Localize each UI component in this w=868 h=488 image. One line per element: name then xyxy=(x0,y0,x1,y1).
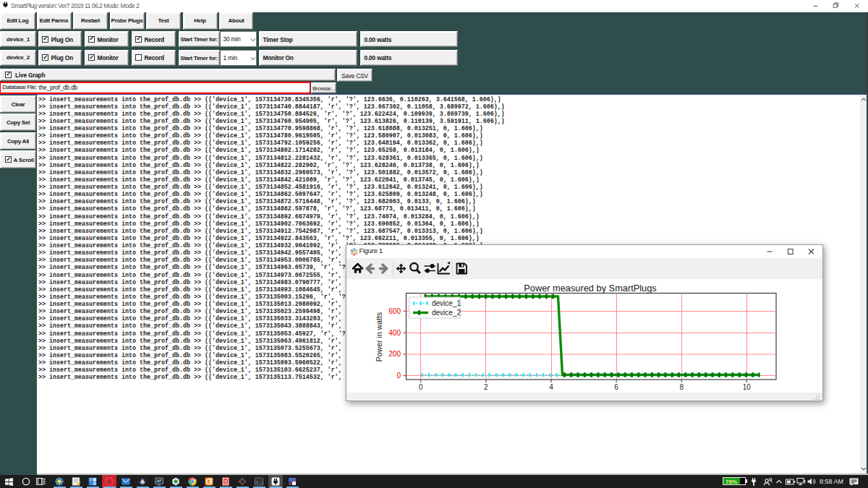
svg-text:Power in watts: Power in watts xyxy=(375,312,383,361)
svg-text:device_2: device_2 xyxy=(432,309,461,317)
svg-text:8: 8 xyxy=(679,383,684,391)
svg-text:device_1: device_1 xyxy=(432,299,461,307)
svg-text:0: 0 xyxy=(419,383,423,391)
svg-text:C:\_: C:\_ xyxy=(256,480,263,484)
svg-text:2: 2 xyxy=(484,383,488,391)
svg-text:Power measured by SmartPlugs: Power measured by SmartPlugs xyxy=(524,283,657,294)
svg-text:200: 200 xyxy=(388,350,401,358)
svg-text:4: 4 xyxy=(549,383,553,391)
svg-text:400: 400 xyxy=(388,329,401,337)
svg-text:600: 600 xyxy=(388,307,401,315)
svg-text:0: 0 xyxy=(396,372,401,380)
svg-text:6: 6 xyxy=(614,383,618,391)
svg-text:10: 10 xyxy=(743,383,752,391)
